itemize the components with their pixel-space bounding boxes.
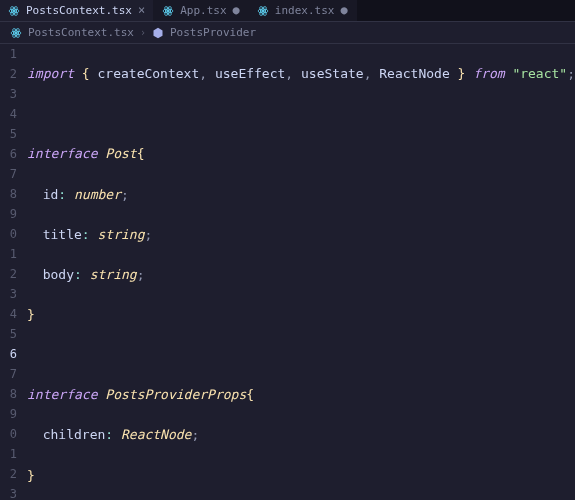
svg-point-8 [262,10,264,12]
svg-point-4 [167,10,169,12]
breadcrumb: PostsContext.tsx › PostsProvider [0,22,575,44]
breadcrumb-file[interactable]: PostsContext.tsx [28,24,134,41]
react-icon [8,5,20,17]
symbol-method-icon [152,27,164,39]
react-icon [162,5,174,17]
code-area[interactable]: import { createContext, useEffect, useSt… [23,44,575,500]
tab-label: index.tsx [275,2,335,19]
tab-postscontext[interactable]: PostsContext.tsx × [0,0,154,21]
react-icon [10,27,22,39]
code-editor[interactable]: 1234567890123456789012345678 import { cr… [0,44,575,500]
modified-dot-icon[interactable]: ● [340,1,347,20]
modified-dot-icon[interactable]: ● [233,1,240,20]
tab-app[interactable]: App.tsx ● [154,0,249,21]
breadcrumb-symbol[interactable]: PostsProvider [170,24,256,41]
chevron-right-icon: › [140,25,146,41]
tab-label: App.tsx [180,2,226,19]
react-icon [257,5,269,17]
svg-point-12 [15,32,17,34]
tab-bar: PostsContext.tsx × App.tsx ● index.tsx ● [0,0,575,22]
close-icon[interactable]: × [138,1,145,20]
line-gutter: 1234567890123456789012345678 [0,44,23,500]
svg-point-0 [13,10,15,12]
tab-index[interactable]: index.tsx ● [249,0,357,21]
tab-label: PostsContext.tsx [26,2,132,19]
